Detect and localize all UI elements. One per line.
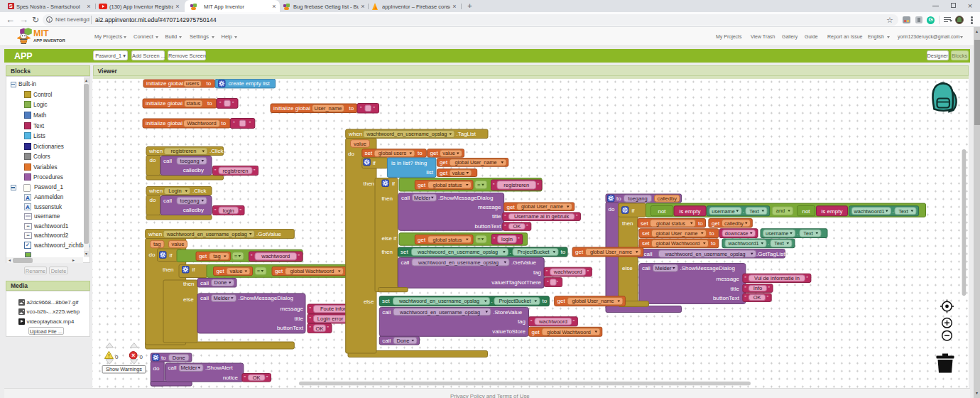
svg-text:ProjectBucket: ProjectBucket: [517, 249, 549, 255]
svg-text:global User_name: global User_name: [454, 159, 496, 166]
svg-text:get: get: [440, 170, 448, 176]
svg-text:initialize global: initialize global: [146, 100, 183, 107]
svg-text:wachtwoord: wachtwoord: [553, 269, 582, 275]
svg-text:to: to: [698, 220, 703, 227]
svg-text:buttonText: buttonText: [713, 295, 740, 301]
svg-text:status: status: [186, 100, 200, 107]
svg-text:get: get: [199, 253, 207, 259]
svg-text:Text: Text: [774, 240, 783, 247]
svg-text:.: .: [510, 249, 511, 255]
svg-text:to: to: [207, 80, 212, 87]
svg-text:then: then: [381, 195, 393, 202]
svg-text:.StoreValue: .StoreValue: [493, 309, 523, 316]
svg-text:Info: Info: [753, 285, 763, 291]
svg-text:title: title: [492, 213, 501, 220]
svg-text:wachtwoord_en_username_opslag: wachtwoord_en_username_opslag: [664, 251, 745, 257]
svg-text:.ShowMessageDialog: .ShowMessageDialog: [680, 265, 735, 271]
svg-text:call: call: [382, 309, 391, 316]
svg-text:value: value: [452, 170, 464, 176]
svg-text:username: username: [766, 230, 788, 237]
svg-text:login: login: [501, 236, 513, 242]
svg-text:do: do: [153, 365, 160, 372]
svg-text:value: value: [172, 241, 185, 247]
svg-text:do: do: [150, 157, 156, 163]
svg-text:wachtwoord_en_username_opslag: wachtwoord_en_username_opslag: [166, 231, 247, 237]
svg-text:title: title: [731, 286, 740, 292]
svg-text:wachtwoord1: wachtwoord1: [854, 208, 885, 215]
svg-text:get: get: [575, 249, 584, 255]
svg-text:buttonText: buttonText: [277, 325, 304, 331]
svg-text:set: set: [365, 150, 373, 156]
svg-text:tag: tag: [213, 253, 220, 259]
svg-text:global Wachtwoord: global Wachtwoord: [290, 268, 334, 274]
svg-text:when: when: [148, 188, 163, 194]
svg-text:!: !: [108, 353, 109, 358]
svg-text:Melder: Melder: [414, 195, 430, 201]
svg-text:.TagList: .TagList: [457, 131, 477, 137]
svg-text:wachtwoord: wachtwoord: [538, 318, 567, 325]
svg-text:get: get: [430, 150, 439, 156]
svg-text:not: not: [658, 208, 666, 215]
svg-text:User_name: User_name: [315, 105, 342, 112]
svg-text:set: set: [382, 298, 390, 304]
svg-text:to: to: [711, 240, 716, 247]
svg-text:call: call: [200, 280, 209, 286]
svg-text:to: to: [616, 195, 621, 202]
svg-text:call: call: [642, 265, 650, 271]
svg-text:do: do: [609, 206, 615, 213]
svg-text:when: when: [148, 148, 163, 154]
svg-text:Text: Text: [749, 208, 758, 215]
svg-text:Done: Done: [173, 355, 185, 361]
svg-text:valueIfTagNotThere: valueIfTagNotThere: [491, 279, 541, 286]
svg-text:=: =: [234, 253, 238, 259]
svg-text:.GetTagList: .GetTagList: [756, 251, 785, 257]
svg-text:.GotValue: .GotValue: [256, 231, 282, 237]
svg-text:calledby: calledby: [657, 195, 677, 202]
svg-text:then: then: [364, 181, 375, 187]
svg-text:.ShowMessageDialog: .ShowMessageDialog: [239, 295, 293, 301]
svg-text:get: get: [275, 268, 283, 274]
svg-text:global User_name: global User_name: [521, 203, 563, 210]
svg-text:.Click: .Click: [209, 148, 224, 154]
svg-text:0: 0: [115, 354, 119, 360]
svg-text:Done: Done: [214, 279, 227, 286]
svg-text:to: to: [418, 150, 423, 156]
svg-text:0: 0: [140, 354, 143, 360]
svg-text:else: else: [183, 296, 194, 303]
svg-text:tag: tag: [153, 241, 160, 247]
svg-text:else if: else if: [381, 235, 397, 242]
svg-text:toegang: toegang: [180, 198, 199, 204]
svg-text:do: do: [149, 252, 156, 258]
svg-text:MIT: MIT: [33, 28, 49, 38]
svg-text:value: value: [354, 141, 366, 147]
svg-text:set: set: [642, 240, 650, 247]
svg-text:Melder: Melder: [214, 295, 230, 301]
svg-text:username: username: [712, 208, 734, 215]
svg-text:×: ×: [131, 352, 135, 359]
svg-text:to: to: [207, 100, 212, 107]
svg-text:message: message: [478, 204, 501, 210]
svg-text:do: do: [348, 151, 354, 157]
svg-text:Vul de informatie in: Vul de informatie in: [754, 275, 800, 281]
svg-text:notice: notice: [223, 375, 239, 381]
svg-text:.GetValue: .GetValue: [511, 259, 537, 266]
svg-text:then: then: [183, 281, 195, 287]
svg-text:call: call: [401, 259, 409, 266]
svg-text:OK: OK: [316, 326, 324, 332]
svg-text:initialize global: initialize global: [146, 80, 183, 87]
svg-text:registreren: registreren: [171, 148, 197, 154]
svg-text:tag: tag: [518, 318, 526, 325]
svg-text:call: call: [644, 251, 653, 257]
svg-text:Melder: Melder: [181, 365, 197, 371]
svg-text:get: get: [532, 329, 540, 335]
svg-text:call: call: [168, 365, 177, 371]
svg-text:.: .: [893, 208, 894, 215]
svg-text:message: message: [717, 276, 740, 282]
svg-text:wachtwoord_en_username_opslag: wachtwoord_en_username_opslag: [418, 259, 499, 266]
svg-text:create empty list: create empty list: [229, 80, 271, 87]
svg-text:login: login: [223, 208, 234, 214]
svg-text:.Click: .Click: [192, 188, 207, 194]
svg-text:set: set: [642, 230, 650, 237]
svg-text:Login: Login: [168, 188, 181, 194]
svg-text:.: .: [797, 230, 798, 237]
